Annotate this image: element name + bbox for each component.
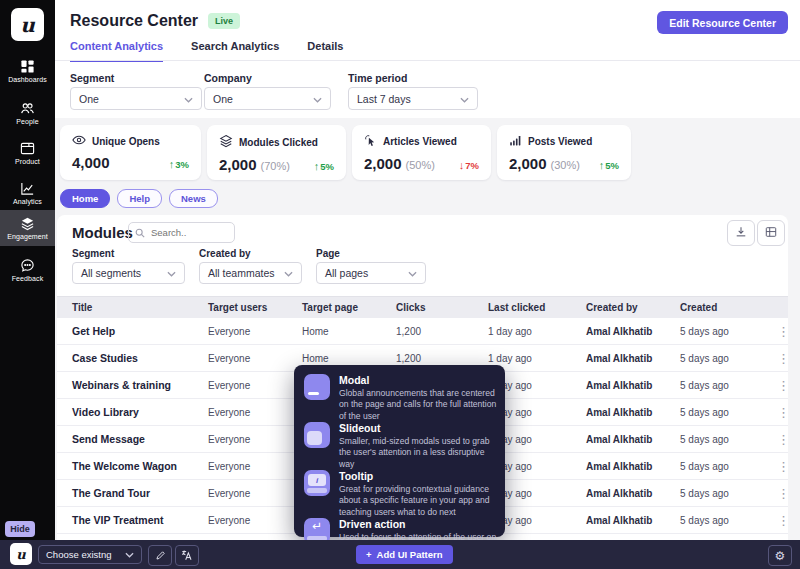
col-title: Title xyxy=(72,302,208,313)
pencil-icon xyxy=(155,547,166,565)
stat-delta-value: 7% xyxy=(465,160,479,171)
arrow-up-icon: ↑ xyxy=(314,160,320,172)
pill-help[interactable]: Help xyxy=(117,189,162,208)
export-download-button[interactable] xyxy=(727,220,755,246)
cell-title: Get Help xyxy=(72,325,208,337)
popover-item-description: Global announcements that are centered o… xyxy=(339,388,499,422)
page-filter-select[interactable]: All pages xyxy=(316,262,426,284)
tab-search-analytics[interactable]: Search Analytics xyxy=(191,40,279,62)
cell-target-users: Everyone xyxy=(208,488,302,499)
cell-title: Case Studies xyxy=(72,352,208,364)
popover-item-title: Slideout xyxy=(339,422,499,434)
cell-target-users: Everyone xyxy=(208,353,302,364)
cell-clicks: 1,200 xyxy=(396,353,488,364)
time-period-filter-select[interactable]: Last 7 days xyxy=(348,87,478,110)
header: Resource Center Live Edit Resource Cente… xyxy=(55,0,800,118)
popover-item-tooltip[interactable]: i Tooltip Great for providing contextual… xyxy=(304,470,495,518)
builder-bottom-bar: u Choose existng + Add UI Pattern ⚙ xyxy=(0,540,800,569)
stat-share: (30%) xyxy=(551,159,580,171)
row-menu-kebab-icon[interactable]: ⋮ xyxy=(773,352,794,365)
popover-item-title: Modal xyxy=(339,374,499,386)
sidebar-item-label: Feedback xyxy=(12,275,44,282)
add-ui-pattern-label: Add UI Pattern xyxy=(377,549,443,560)
row-menu-kebab-icon[interactable]: ⋮ xyxy=(773,379,794,392)
cell-created-by: Amal Alkhatib xyxy=(586,326,680,337)
segment-module-filter-label: Segment xyxy=(72,248,114,259)
row-menu-kebab-icon[interactable]: ⋮ xyxy=(773,406,794,419)
chevron-down-icon xyxy=(460,93,469,105)
segment-filter-select[interactable]: One xyxy=(70,87,202,110)
eye-icon xyxy=(72,134,86,148)
manage-columns-button[interactable] xyxy=(757,220,785,246)
add-ui-pattern-button[interactable]: + Add UI Pattern xyxy=(356,545,453,564)
sidebar: u Dashboards People Product Analytics En… xyxy=(0,0,55,540)
cell-title: Send Message xyxy=(72,433,208,445)
settings-gear-button[interactable]: ⚙ xyxy=(768,545,792,566)
edit-resource-center-button[interactable]: Edit Resource Center xyxy=(657,11,788,34)
cell-created-by: Amal Alkhatib xyxy=(586,407,680,418)
tab-content-analytics[interactable]: Content Analytics xyxy=(70,40,163,62)
cell-created-by: Amal Alkhatib xyxy=(586,515,680,526)
row-menu-kebab-icon[interactable]: ⋮ xyxy=(773,433,794,446)
cell-created-by: Amal Alkhatib xyxy=(586,353,680,364)
popover-item-slideout[interactable]: Slideout Smaller, mid-sized modals used … xyxy=(304,422,495,470)
search-icon xyxy=(135,224,145,242)
stat-share: (70%) xyxy=(261,160,290,172)
tab-details[interactable]: Details xyxy=(307,40,343,62)
stat-delta-value: 3% xyxy=(175,159,189,170)
row-menu-kebab-icon[interactable]: ⋮ xyxy=(773,325,794,338)
segment-module-filter-select[interactable]: All segments xyxy=(72,262,185,284)
stat-card-modules-clicked: Modules Clicked 2,000(70%) ↑5% xyxy=(207,125,346,180)
modules-title: Modules xyxy=(72,224,133,241)
col-created-by: Created by xyxy=(586,302,680,313)
chevron-down-icon xyxy=(313,93,322,105)
cell-created: 5 days ago xyxy=(680,488,773,499)
created-by-filter-value: All teammates xyxy=(208,267,275,279)
sidebar-item-label: People xyxy=(16,118,38,125)
segment-module-filter-value: All segments xyxy=(81,267,141,279)
popover-item-modal[interactable]: Modal Global announcements that are cent… xyxy=(304,374,495,422)
arrow-down-icon: ↓ xyxy=(459,159,465,171)
row-menu-kebab-icon[interactable]: ⋮ xyxy=(773,487,794,500)
cell-title: The Welcome Wagon xyxy=(72,460,208,472)
table-row[interactable]: Get Help Everyone Home 1,200 1 day ago A… xyxy=(57,318,788,345)
stat-delta-value: 5% xyxy=(320,161,334,172)
search-input[interactable] xyxy=(149,226,228,239)
sidebar-item-product[interactable]: Product xyxy=(0,134,55,172)
choose-existing-value: Choose existng xyxy=(46,549,111,560)
cell-target-users: Everyone xyxy=(208,380,302,391)
module-search xyxy=(128,222,235,243)
sidebar-item-label: Engagement xyxy=(7,233,48,240)
company-filter-select[interactable]: One xyxy=(204,87,331,110)
sidebar-item-dashboards[interactable]: Dashboards xyxy=(0,52,55,90)
stat-value: 4,000 xyxy=(72,154,110,171)
sidebar-item-label: Analytics xyxy=(13,198,42,205)
sidebar-item-feedback[interactable]: Feedback xyxy=(0,251,55,289)
popover-item-description: Smaller, mid-sized modals used to grab t… xyxy=(339,436,499,470)
cell-title: The VIP Treatment xyxy=(72,514,208,526)
logo-glyph: u xyxy=(20,13,35,37)
stat-card-unique-opens: Unique Opens 4,000 ↑3% xyxy=(60,125,201,180)
sidebar-item-analytics[interactable]: Analytics xyxy=(0,174,55,212)
app-logo[interactable]: u xyxy=(11,8,44,41)
popover-item-title: Driven action xyxy=(339,518,499,530)
pill-news[interactable]: News xyxy=(169,189,218,208)
row-menu-kebab-icon[interactable]: ⋮ xyxy=(773,460,794,473)
choose-existing-select[interactable]: Choose existng xyxy=(38,545,142,564)
logo-glyph: u xyxy=(16,547,25,562)
chevron-down-icon xyxy=(125,549,134,560)
time-period-filter-label: Time period xyxy=(348,72,407,84)
hide-sidebar-button[interactable]: Hide xyxy=(5,521,35,537)
created-by-filter-select[interactable]: All teammates xyxy=(199,262,302,284)
slideout-icon xyxy=(304,422,330,448)
pill-home[interactable]: Home xyxy=(60,189,110,208)
col-target-page: Target page xyxy=(302,302,396,313)
cell-target-users: Everyone xyxy=(208,515,302,526)
sidebar-item-engagement[interactable]: Engagement xyxy=(0,210,55,246)
sidebar-item-label: Dashboards xyxy=(8,76,47,83)
edit-pencil-button[interactable] xyxy=(148,545,172,566)
translate-button[interactable] xyxy=(175,545,199,566)
sidebar-item-people[interactable]: People xyxy=(0,94,55,132)
row-menu-kebab-icon[interactable]: ⋮ xyxy=(773,514,794,527)
cell-created: 5 days ago xyxy=(680,380,773,391)
